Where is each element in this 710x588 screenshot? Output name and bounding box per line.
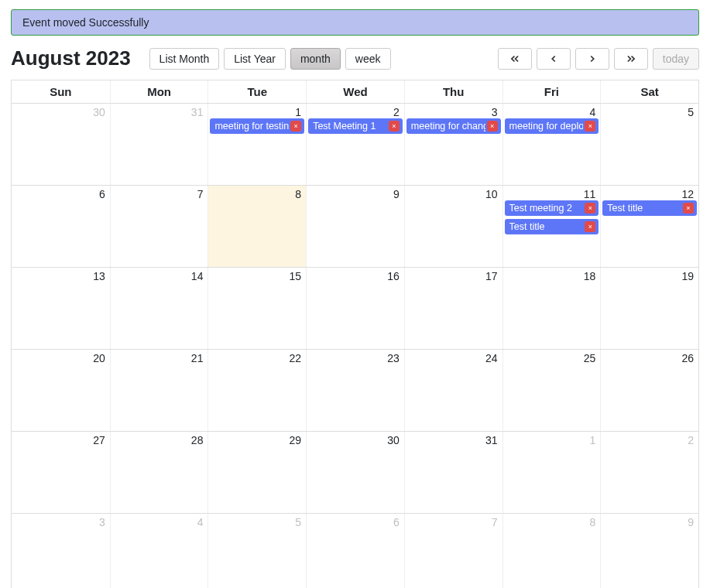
day-cell[interactable]: 15: [208, 268, 306, 349]
day-number: 30: [307, 432, 404, 446]
day-number: 30: [12, 104, 110, 118]
day-cell[interactable]: 24: [404, 350, 502, 431]
day-cell[interactable]: 5: [208, 514, 306, 588]
success-alert: Event moved Successfully: [11, 9, 699, 36]
event-title: Test meeting 2: [509, 203, 584, 214]
day-cell[interactable]: 22: [208, 350, 306, 431]
calendar-event[interactable]: meeting for testing×: [210, 118, 304, 134]
day-cell[interactable]: 23: [306, 350, 404, 431]
day-number: 28: [111, 432, 208, 446]
day-number: 13: [12, 268, 110, 282]
day-cell[interactable]: 30: [12, 104, 110, 185]
day-number: 26: [601, 350, 698, 364]
calendar-event[interactable]: Test Meeting 1×: [308, 118, 403, 134]
day-cell[interactable]: 29: [208, 432, 306, 513]
event-title: meeting for testing: [214, 121, 289, 132]
day-cell[interactable]: 7: [110, 186, 208, 267]
week-row: 20212223242526: [12, 349, 698, 431]
chevrons-right-icon: [626, 53, 636, 64]
day-number: 5: [601, 104, 698, 118]
day-cell[interactable]: 4meeting for deployment×: [502, 104, 601, 185]
day-number: 16: [307, 268, 404, 282]
day-cell[interactable]: 2: [600, 432, 698, 513]
day-cell[interactable]: 16: [306, 268, 404, 349]
day-cell[interactable]: 30: [306, 432, 404, 513]
day-cell[interactable]: 10: [404, 186, 502, 267]
day-cell[interactable]: 4: [110, 514, 208, 588]
day-cell[interactable]: 9: [600, 514, 698, 588]
day-cell[interactable]: 28: [110, 432, 208, 513]
event-title: meeting for deployment: [509, 121, 584, 132]
next-button[interactable]: [575, 48, 609, 70]
day-cell[interactable]: 3: [12, 514, 110, 588]
day-number: 31: [405, 432, 502, 446]
delete-event-button[interactable]: ×: [585, 121, 595, 132]
day-cell[interactable]: 12Test title×: [600, 186, 698, 267]
day-cell[interactable]: 6: [306, 514, 404, 588]
view-list-month-button[interactable]: List Month: [149, 48, 220, 70]
day-number: 14: [111, 268, 208, 282]
delete-event-button[interactable]: ×: [487, 121, 498, 132]
day-cell[interactable]: 17: [404, 268, 502, 349]
week-row: 3456789: [12, 513, 698, 588]
delete-event-button[interactable]: ×: [585, 203, 595, 214]
calendar-grid: SunMonTueWedThuFriSat 30311meeting for t…: [11, 80, 699, 588]
chevrons-left-icon: [509, 53, 520, 64]
prev-button[interactable]: [537, 48, 571, 70]
close-icon: ×: [588, 123, 592, 130]
day-number: 1: [503, 432, 601, 446]
day-number: 18: [503, 268, 601, 282]
toolbar: August 2023 List Month List Year month w…: [11, 46, 699, 70]
day-cell[interactable]: 26: [600, 350, 698, 431]
view-switcher: List Month List Year month week: [149, 48, 391, 70]
delete-event-button[interactable]: ×: [389, 121, 400, 132]
view-month-button[interactable]: month: [290, 48, 341, 70]
calendar-event[interactable]: meeting for deployment×: [505, 118, 599, 134]
day-cell[interactable]: 18: [502, 268, 601, 349]
day-number: 8: [208, 186, 306, 200]
day-cell[interactable]: 20: [12, 350, 110, 431]
chevron-right-icon: [587, 53, 598, 64]
day-number: 27: [12, 432, 110, 446]
weekday-header: Thu: [404, 80, 502, 103]
day-cell[interactable]: 13: [12, 268, 110, 349]
delete-event-button[interactable]: ×: [290, 121, 301, 132]
delete-event-button[interactable]: ×: [585, 221, 595, 232]
day-number: 22: [208, 350, 306, 364]
day-cell[interactable]: 3meeting for changes×: [404, 104, 502, 185]
day-cell[interactable]: 11Test meeting 2×Test title×: [502, 186, 601, 267]
day-cell[interactable]: 1: [502, 432, 601, 513]
day-number: 3: [405, 104, 502, 118]
day-cell[interactable]: 9: [306, 186, 404, 267]
day-cell[interactable]: 27: [12, 432, 110, 513]
view-list-year-button[interactable]: List Year: [224, 48, 286, 70]
day-cell[interactable]: 8: [502, 514, 601, 588]
delete-event-button[interactable]: ×: [683, 203, 694, 214]
calendar-event[interactable]: meeting for changes×: [406, 118, 501, 134]
view-week-button[interactable]: week: [345, 48, 391, 70]
day-cell[interactable]: 2Test Meeting 1×: [306, 104, 404, 185]
close-icon: ×: [588, 205, 592, 212]
calendar-event[interactable]: Test title×: [505, 219, 599, 234]
weekday-header: Fri: [502, 80, 601, 103]
close-icon: ×: [686, 205, 690, 212]
day-cell[interactable]: 31: [110, 104, 208, 185]
day-cell[interactable]: 25: [502, 350, 601, 431]
day-number: 2: [601, 432, 698, 446]
day-cell[interactable]: 8: [208, 186, 306, 267]
calendar-event[interactable]: Test meeting 2×: [505, 200, 599, 216]
day-cell[interactable]: 7: [404, 514, 502, 588]
day-cell[interactable]: 5: [600, 104, 698, 185]
day-cell[interactable]: 21: [110, 350, 208, 431]
prev-year-button[interactable]: [498, 48, 532, 70]
day-cell[interactable]: 19: [600, 268, 698, 349]
next-year-button[interactable]: [614, 48, 648, 70]
day-cell[interactable]: 1meeting for testing×: [208, 104, 306, 185]
day-cell[interactable]: 31: [404, 432, 502, 513]
day-cell[interactable]: 14: [110, 268, 208, 349]
calendar-event[interactable]: Test title×: [602, 200, 697, 216]
event-title: Test Meeting 1: [313, 121, 387, 132]
day-cell[interactable]: 6: [12, 186, 110, 267]
weekday-header: Mon: [110, 80, 208, 103]
today-button[interactable]: today: [653, 48, 699, 70]
